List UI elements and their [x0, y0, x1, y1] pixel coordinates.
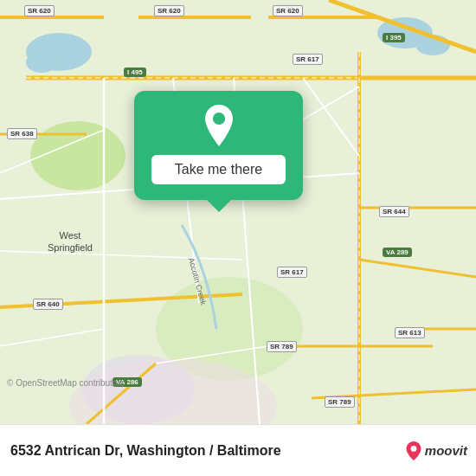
- area-label-west-springfield: WestSpringfield: [48, 229, 93, 254]
- road-label-sr617-r: SR 617: [293, 54, 323, 65]
- road-label-sr640: SR 640: [33, 299, 63, 310]
- bottom-bar: 6532 Antrican Dr, Washington / Baltimore…: [0, 424, 476, 476]
- location-pin-icon: [198, 105, 240, 146]
- road-label-i495: I 495: [124, 68, 146, 77]
- road-label-i395: I 395: [383, 33, 405, 42]
- svg-point-2: [26, 52, 57, 73]
- road-label-sr613: SR 613: [395, 327, 425, 338]
- take-me-there-button[interactable]: Take me there: [151, 155, 286, 184]
- road-label-sr789-b: SR 789: [325, 396, 355, 408]
- moovit-pin-icon: [406, 441, 421, 460]
- popup-card: Take me there: [134, 91, 303, 200]
- road-label-sr620-tc: SR 620: [154, 5, 184, 16]
- svg-point-37: [410, 446, 416, 452]
- road-label-sr620-tl: SR 620: [24, 5, 55, 16]
- map-attribution: © OpenStreetMap contributors: [7, 378, 125, 388]
- road-label-sr789: SR 789: [267, 341, 297, 352]
- road-label-sr638: SR 638: [7, 128, 37, 139]
- road-label-va289: VA 289: [383, 248, 412, 257]
- moovit-logo: moovit: [406, 441, 467, 460]
- road-label-sr617-b: SR 617: [277, 267, 307, 278]
- svg-point-36: [212, 113, 224, 125]
- map: SR 620 SR 620 SR 620 I 495 SR 617 I 395 …: [0, 0, 476, 424]
- road-label-sr644: SR 644: [379, 206, 409, 217]
- svg-point-5: [30, 121, 125, 190]
- address: 6532 Antrican Dr, Washington / Baltimore: [10, 443, 466, 459]
- moovit-brand-text: moovit: [425, 443, 467, 458]
- road-label-sr620-tr: SR 620: [273, 5, 303, 16]
